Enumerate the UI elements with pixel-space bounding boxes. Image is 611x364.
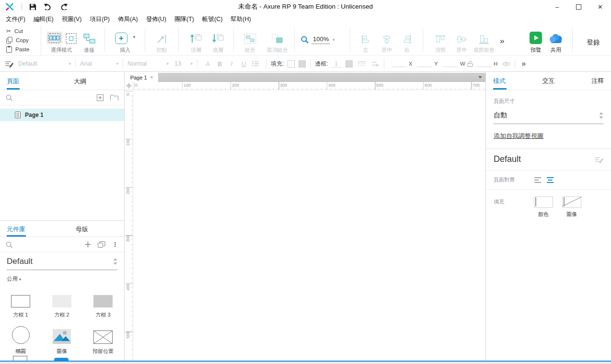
tab-style[interactable]: 樣式 bbox=[493, 77, 506, 85]
widget-ellipse[interactable]: 橢圓 bbox=[0, 321, 41, 357]
library-section-header[interactable]: 公用▾ bbox=[7, 275, 117, 283]
w-field[interactable]: W bbox=[443, 61, 467, 67]
menu-file[interactable]: 文件(F) bbox=[6, 15, 25, 23]
search-icon[interactable] bbox=[6, 94, 12, 101]
style-preset-dropdown[interactable]: Default ▾ bbox=[18, 60, 71, 67]
add-folder-icon[interactable] bbox=[110, 94, 118, 101]
edit-style-icon[interactable] bbox=[5, 60, 13, 68]
select-intersect-icon[interactable] bbox=[46, 32, 62, 44]
maximize-button[interactable] bbox=[568, 0, 589, 13]
font-color-icon[interactable]: A bbox=[202, 60, 214, 68]
stylebar-divider bbox=[310, 59, 311, 68]
tab-list-caret-icon[interactable] bbox=[478, 76, 482, 79]
tab-outline[interactable]: 大綱 bbox=[74, 77, 86, 86]
italic-icon[interactable]: I bbox=[226, 60, 238, 68]
font-size-dropdown[interactable]: 13 ▾ bbox=[174, 60, 193, 67]
tab-interactions[interactable]: 交互 bbox=[542, 77, 555, 85]
canvas-area[interactable]: Page 1 × 0 100 200 300 400 500 600 700 0… bbox=[125, 72, 485, 361]
toolbar-divider bbox=[423, 28, 423, 52]
tab-pages[interactable]: 頁面 bbox=[7, 77, 19, 86]
fill-color-option[interactable]: 顏色 bbox=[534, 196, 553, 218]
widget-placeholder[interactable]: 預留位置 bbox=[82, 321, 124, 357]
zoom-control[interactable]: 100% ▾ bbox=[301, 35, 335, 44]
h-field[interactable]: H bbox=[476, 61, 499, 67]
tab-masters[interactable]: 母版 bbox=[76, 225, 88, 234]
tab-close-icon[interactable]: × bbox=[150, 75, 153, 80]
y-field[interactable]: Y bbox=[417, 61, 440, 67]
clipboard-group: ✂ Cut Copy Paste bbox=[0, 25, 41, 56]
library-more-kebab-icon[interactable]: ⋮ bbox=[112, 241, 118, 248]
add-adaptive-views-link[interactable]: 添加自我調整視圖 bbox=[494, 132, 543, 140]
menu-publish[interactable]: 發佈(U) bbox=[146, 15, 166, 23]
h-ruler-tick: 700 bbox=[473, 83, 480, 88]
page-list-item[interactable]: Page 1 bbox=[0, 109, 124, 121]
share-tool[interactable]: 共用 bbox=[545, 29, 566, 54]
font-size-value: 13 bbox=[174, 60, 181, 67]
widget-box3[interactable]: 方框 3 bbox=[82, 284, 124, 321]
widget-box3-shape bbox=[93, 295, 113, 307]
add-page-icon[interactable] bbox=[97, 94, 104, 101]
border-color-swatch[interactable] bbox=[346, 60, 353, 68]
page-align-center-icon[interactable] bbox=[546, 177, 554, 183]
ruler-origin-icon[interactable] bbox=[125, 82, 133, 90]
menu-help[interactable]: 幫助(H) bbox=[231, 15, 251, 23]
preview-tool[interactable]: 預覽 bbox=[525, 29, 546, 54]
menu-view[interactable]: 視圖(V) bbox=[62, 15, 82, 23]
x-field[interactable]: X bbox=[392, 61, 415, 67]
arrow-style-icon[interactable] bbox=[371, 61, 380, 67]
font-weight-dropdown[interactable]: Normal ▾ bbox=[127, 60, 169, 67]
close-button[interactable]: ✕ bbox=[589, 0, 611, 13]
paste-button[interactable]: Paste bbox=[6, 45, 41, 54]
font-family-dropdown[interactable]: Arial ▾ bbox=[80, 60, 118, 67]
minimize-button[interactable]: – bbox=[546, 0, 568, 13]
widget-box2[interactable]: 方框 2 bbox=[41, 284, 82, 321]
zoom-caret-icon[interactable]: ▾ bbox=[333, 37, 335, 42]
fill-alt-swatch[interactable] bbox=[299, 60, 306, 68]
page-align-left-icon[interactable] bbox=[534, 177, 542, 183]
add-library-icon[interactable] bbox=[85, 241, 91, 248]
menu-team[interactable]: 團隊(T) bbox=[174, 15, 194, 23]
bold-icon[interactable]: B bbox=[214, 60, 226, 68]
font-family-value: Arial bbox=[80, 60, 92, 67]
library-select[interactable]: Default bbox=[7, 257, 117, 270]
search-icon[interactable] bbox=[6, 241, 12, 248]
menu-project[interactable]: 項目(P) bbox=[90, 15, 110, 23]
cut-button[interactable]: ✂ Cut bbox=[6, 27, 41, 35]
widget-grid: 方框 1 方框 2 方框 3 橢圓 圖像 bbox=[0, 284, 124, 357]
page-size-select[interactable]: 自動 bbox=[494, 107, 603, 124]
widget-partial-rect-shape[interactable] bbox=[13, 356, 27, 361]
insert-tool[interactable]: + ▾ 插入 bbox=[109, 29, 141, 54]
group-tool: 組合 bbox=[239, 29, 262, 54]
menu-edit[interactable]: 編輯(E) bbox=[34, 15, 54, 23]
toolbar-overflow-icon[interactable]: » bbox=[500, 36, 504, 46]
widget-image[interactable]: 圖像 bbox=[41, 321, 82, 357]
border-width-field[interactable]: 1 bbox=[331, 60, 342, 68]
lock-ratio-icon[interactable] bbox=[467, 60, 473, 67]
zoom-value[interactable]: 100% bbox=[311, 35, 330, 44]
duplicate-library-icon[interactable] bbox=[98, 241, 105, 248]
underline-icon[interactable]: U bbox=[238, 60, 250, 68]
connect-tool[interactable]: 連接 bbox=[77, 29, 102, 54]
align-middle-tool: 居中 bbox=[450, 29, 473, 54]
edit-style-pencil-icon[interactable] bbox=[594, 156, 603, 163]
copy-button[interactable]: Copy bbox=[6, 36, 41, 45]
canvas-tab-page1[interactable]: Page 1 × bbox=[125, 73, 159, 82]
insert-caret-icon[interactable]: ▾ bbox=[133, 34, 136, 39]
fill-color-swatch[interactable] bbox=[288, 60, 295, 68]
tab-libraries[interactable]: 元件庫 bbox=[7, 225, 25, 234]
fill-color-swatch[interactable] bbox=[534, 196, 553, 208]
fill-image-swatch[interactable] bbox=[562, 196, 581, 208]
select-contain-icon[interactable] bbox=[66, 33, 77, 44]
widget-box1[interactable]: 方框 1 bbox=[0, 284, 41, 321]
toolbar-divider bbox=[572, 28, 573, 52]
stylebar-overflow-icon[interactable]: » bbox=[521, 59, 526, 68]
tab-notes[interactable]: 注釋 bbox=[591, 77, 604, 85]
fill-image-option[interactable]: 圖像 bbox=[562, 196, 581, 218]
menu-arrange[interactable]: 佈局(A) bbox=[118, 15, 138, 23]
menu-account[interactable]: 帳號(C) bbox=[202, 15, 222, 23]
bullet-list-icon[interactable] bbox=[250, 61, 262, 67]
visibility-eye-icon[interactable] bbox=[502, 61, 510, 67]
v-ruler-tick: 200 bbox=[126, 186, 130, 195]
line-style-icon[interactable] bbox=[357, 61, 366, 67]
sign-in-button[interactable]: 登錄 bbox=[580, 38, 607, 47]
